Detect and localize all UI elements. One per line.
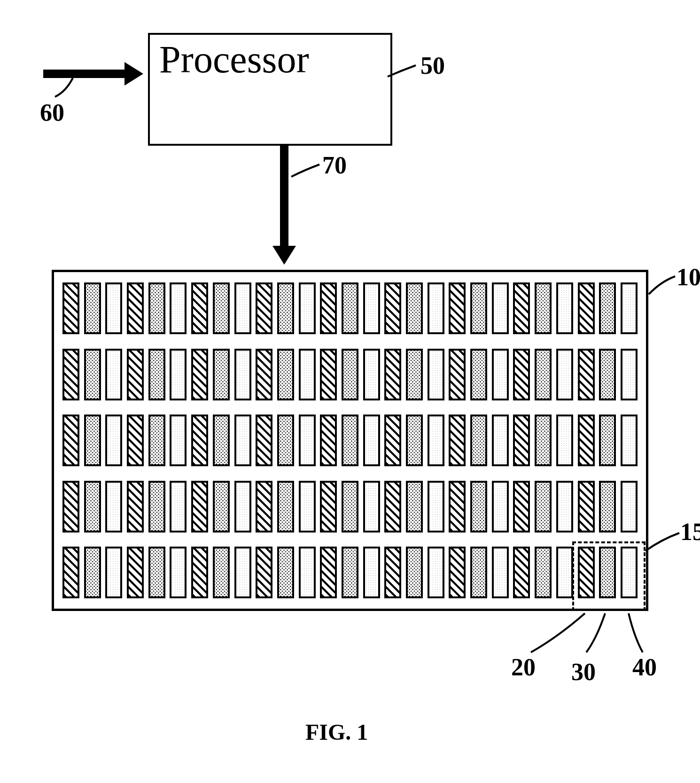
subpixel <box>127 415 144 466</box>
subpixel <box>320 349 337 400</box>
subpixel <box>578 349 595 400</box>
subpixel <box>406 282 423 334</box>
ref-10: 10 <box>677 263 700 291</box>
subpixel <box>621 282 638 334</box>
subpixel <box>277 547 294 598</box>
subpixel <box>428 415 444 466</box>
subpixel <box>578 481 595 532</box>
subpixel <box>492 415 509 466</box>
pixel-callout <box>572 541 646 611</box>
subpixel <box>191 481 208 532</box>
subpixel <box>492 282 509 334</box>
subpixel <box>127 282 144 334</box>
subpixel <box>449 415 466 466</box>
ref-70: 70 <box>322 151 347 179</box>
subpixel <box>342 547 358 598</box>
subpixel <box>342 282 358 334</box>
subpixel <box>84 349 101 400</box>
subpixel <box>234 349 251 400</box>
subpixel <box>578 282 595 334</box>
subpixel <box>406 349 423 400</box>
subpixel <box>556 481 573 532</box>
subpixel <box>406 481 423 532</box>
subpixel <box>621 481 638 532</box>
subpixel <box>513 282 530 334</box>
subpixel <box>363 282 380 334</box>
subpixel <box>470 481 487 532</box>
subpixel <box>84 547 101 598</box>
subpixel <box>127 547 144 598</box>
subpixel <box>320 547 337 598</box>
subpixel <box>213 349 230 400</box>
subpixel <box>148 349 165 400</box>
subpixel <box>105 349 122 400</box>
subpixel <box>384 547 401 598</box>
subpixel <box>449 481 466 532</box>
subpixel <box>170 481 187 532</box>
subpixel <box>342 415 358 466</box>
subpixel <box>363 547 380 598</box>
subpixel <box>256 282 272 334</box>
subpixel <box>62 415 79 466</box>
subpixel <box>535 415 552 466</box>
subpixel <box>105 481 122 532</box>
subpixel <box>470 282 487 334</box>
subpixel <box>213 415 230 466</box>
subpixel <box>513 349 530 400</box>
subpixel <box>599 415 616 466</box>
subpixel <box>492 349 509 400</box>
subpixel <box>127 481 144 532</box>
subpixel <box>62 282 79 334</box>
subpixel <box>320 415 337 466</box>
ref-40: 40 <box>632 653 657 681</box>
subpixel <box>234 547 251 598</box>
subpixel <box>256 547 272 598</box>
subpixel <box>363 481 380 532</box>
pixel-row <box>62 481 638 532</box>
subpixel <box>148 481 165 532</box>
subpixel <box>470 415 487 466</box>
subpixel <box>513 415 530 466</box>
subpixel <box>277 282 294 334</box>
subpixel <box>599 349 616 400</box>
subpixel <box>492 481 509 532</box>
subpixel <box>105 415 122 466</box>
subpixel <box>299 415 316 466</box>
processor-block: Processor <box>148 33 392 146</box>
ref-30: 30 <box>571 658 596 686</box>
subpixel <box>170 547 187 598</box>
subpixel <box>277 415 294 466</box>
subpixel <box>535 349 552 400</box>
subpixel <box>234 481 251 532</box>
pixel-row <box>62 415 638 466</box>
subpixel <box>428 547 444 598</box>
subpixel <box>320 481 337 532</box>
subpixel <box>234 415 251 466</box>
subpixel <box>470 547 487 598</box>
subpixel <box>599 282 616 334</box>
subpixel <box>62 481 79 532</box>
subpixel <box>105 282 122 334</box>
subpixel <box>384 282 401 334</box>
subpixel <box>428 282 444 334</box>
subpixel <box>599 481 616 532</box>
subpixel <box>342 349 358 400</box>
subpixel <box>170 282 187 334</box>
subpixel <box>191 415 208 466</box>
subpixel <box>513 481 530 532</box>
subpixel <box>342 481 358 532</box>
subpixel <box>84 481 101 532</box>
subpixel <box>299 481 316 532</box>
subpixel <box>363 415 380 466</box>
subpixel <box>513 547 530 598</box>
subpixel <box>170 415 187 466</box>
subpixel <box>191 349 208 400</box>
subpixel <box>148 282 165 334</box>
subpixel <box>256 481 272 532</box>
subpixel <box>621 349 638 400</box>
subpixel <box>105 547 122 598</box>
subpixel <box>556 415 573 466</box>
subpixel <box>234 282 251 334</box>
subpixel <box>535 547 552 598</box>
subpixel <box>277 481 294 532</box>
